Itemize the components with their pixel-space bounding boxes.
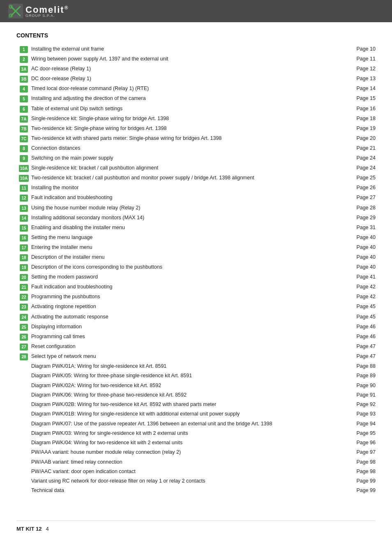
- toc-number-cell: 15: [16, 223, 31, 233]
- toc-page: Page 27: [347, 193, 376, 203]
- table-row: 7BTwo-residence kit: Single-phase wiring…: [16, 124, 376, 134]
- toc-number-cell: [16, 457, 31, 467]
- toc-page: Page 98: [347, 457, 376, 467]
- toc-number-cell: [16, 438, 31, 448]
- toc-number-cell: 16: [16, 233, 31, 243]
- table-row: Diagram PWK/01B: Wiring for single-resid…: [16, 409, 376, 419]
- toc-number-cell: 25: [16, 322, 31, 332]
- toc-number-badge: 18: [20, 254, 28, 261]
- toc-number-cell: 10A: [16, 173, 31, 183]
- toc-number-cell: 22: [16, 292, 31, 302]
- toc-page: Page 25: [347, 173, 376, 183]
- table-row: PW/AAB variant: timed relay connectionPa…: [16, 457, 376, 467]
- toc-number-badge: 8: [20, 145, 28, 152]
- toc-page: Page 47: [347, 342, 376, 352]
- toc-number-badge: 14: [20, 215, 28, 222]
- toc-page: Page 24: [347, 163, 376, 173]
- toc-number-cell: [16, 419, 31, 429]
- toc-number-cell: 9: [16, 153, 31, 163]
- toc-page: Page 88: [347, 362, 376, 371]
- toc-label: PW/AAA variant: house number module rela…: [31, 448, 347, 457]
- toc-number-cell: 26: [16, 332, 31, 342]
- toc-label: Programming the pushbuttons: [31, 292, 347, 302]
- toc-number-badge: 7A: [20, 116, 28, 123]
- toc-page: Page 40: [347, 243, 376, 253]
- toc-number-badge: 1: [20, 46, 28, 53]
- toc-label: Installing the external unit frame: [31, 44, 347, 54]
- footer-brand: MT KIT 12: [16, 526, 42, 532]
- comelit-logo-icon: [8, 4, 23, 19]
- table-row: 12Fault indication and troubleshootingPa…: [16, 193, 376, 203]
- logo: Comelit® GROUP S.P.A.: [8, 4, 69, 19]
- toc-page: Page 21: [347, 144, 376, 153]
- toc-label: Two-residence kit: bracket / call pushbu…: [31, 173, 347, 183]
- toc-number-cell: 14: [16, 213, 31, 223]
- toc-page: Page 26: [347, 183, 376, 193]
- toc-page: Page 28: [347, 203, 376, 213]
- table-row: 14Installing additional secondary monito…: [16, 213, 376, 223]
- toc-label: Variant using RC network for door-releas…: [31, 476, 347, 486]
- toc-number-badge: 24: [20, 314, 28, 321]
- toc-number-cell: 11: [16, 183, 31, 193]
- toc-page: Page 13: [347, 74, 376, 84]
- toc-number-badge: 11: [20, 185, 28, 192]
- footer: MT KIT 12 4: [16, 520, 376, 532]
- toc-number-cell: 3B: [16, 74, 31, 84]
- toc-page: Page 29: [347, 213, 376, 223]
- table-row: 22Programming the pushbuttonsPage 42: [16, 292, 376, 302]
- toc-number-badge: 6: [20, 106, 28, 113]
- toc-number-badge: 2: [20, 56, 28, 63]
- toc-number-cell: [16, 371, 31, 381]
- toc-label: Diagram PWK/01A: Wiring for single-resid…: [31, 362, 347, 371]
- toc-label: Setting the modem password: [31, 272, 347, 282]
- toc-number-badge: 3B: [20, 76, 28, 83]
- toc-number-cell: [16, 400, 31, 409]
- toc-label: DC door-release (Relay 1): [31, 74, 347, 84]
- table-row: 24Activating the automatic responsePage …: [16, 312, 376, 322]
- table-row: 10ATwo-residence kit: bracket / call pus…: [16, 173, 376, 183]
- toc-number-cell: 19: [16, 262, 31, 272]
- toc-label: Select type of network menu: [31, 352, 347, 362]
- toc-page: Page 90: [347, 381, 376, 390]
- toc-label: Two-residence kit with shared parts mete…: [31, 134, 347, 144]
- toc-number-badge: 20: [20, 274, 28, 281]
- toc-label: Activating ringtone repetition: [31, 302, 347, 312]
- toc-label: Diagram PWK/03: Wiring for single-reside…: [31, 429, 347, 438]
- toc-label: Installing and adjusting the direction o…: [31, 94, 347, 104]
- table-row: 19Description of the icons corresponding…: [16, 262, 376, 272]
- toc-number-cell: 7B: [16, 124, 31, 134]
- toc-page: Page 16: [347, 104, 376, 114]
- toc-number-cell: [16, 362, 31, 371]
- toc-number-cell: 6: [16, 104, 31, 114]
- toc-number-badge: 7B: [20, 125, 28, 132]
- toc-number-cell: 23: [16, 302, 31, 312]
- toc-number-cell: 7A: [16, 114, 31, 124]
- toc-number-badge: 4: [20, 86, 28, 93]
- table-row: 3AAC door-release (Relay 1)Page 12: [16, 64, 376, 74]
- table-row: Diagram PWK/02B: Wiring for two-residenc…: [16, 400, 376, 409]
- toc-page: Page 42: [347, 292, 376, 302]
- table-row: Diagram PWK/05: Wiring for three-phase s…: [16, 371, 376, 381]
- toc-label: Table of external unit Dip switch settin…: [31, 104, 347, 114]
- toc-page: Page 19: [347, 124, 376, 134]
- toc-number-badge: 12: [20, 195, 28, 202]
- toc-number-badge: 27: [20, 343, 28, 350]
- toc-page: Page 42: [347, 282, 376, 292]
- toc-number-cell: [16, 476, 31, 486]
- table-row: 2Wiring between power supply Art. 1397 a…: [16, 54, 376, 64]
- toc-label: Diagram PWK/05: Wiring for three-phase s…: [31, 371, 347, 381]
- table-row: Diagram PWK/06: Wiring for three-phase t…: [16, 390, 376, 400]
- table-row: 10ASingle-residence kit: bracket / call …: [16, 163, 376, 173]
- footer-page: 4: [46, 526, 48, 532]
- toc-number-cell: 17: [16, 243, 31, 253]
- toc-page: Page 97: [347, 448, 376, 457]
- toc-label: Fault indication and troubleshooting: [31, 193, 347, 203]
- toc-number-badge: 15: [20, 225, 28, 232]
- table-row: Diagram PWK/04: Wiring for two-residence…: [16, 438, 376, 448]
- toc-page: Page 45: [347, 312, 376, 322]
- toc-number-badge: 16: [20, 234, 28, 241]
- table-row: Diagram PWK/07: Use of the passive repea…: [16, 419, 376, 429]
- table-row: 27Reset configurationPage 47: [16, 342, 376, 352]
- toc-page: Page 46: [347, 332, 376, 342]
- toc-number-cell: 20: [16, 272, 31, 282]
